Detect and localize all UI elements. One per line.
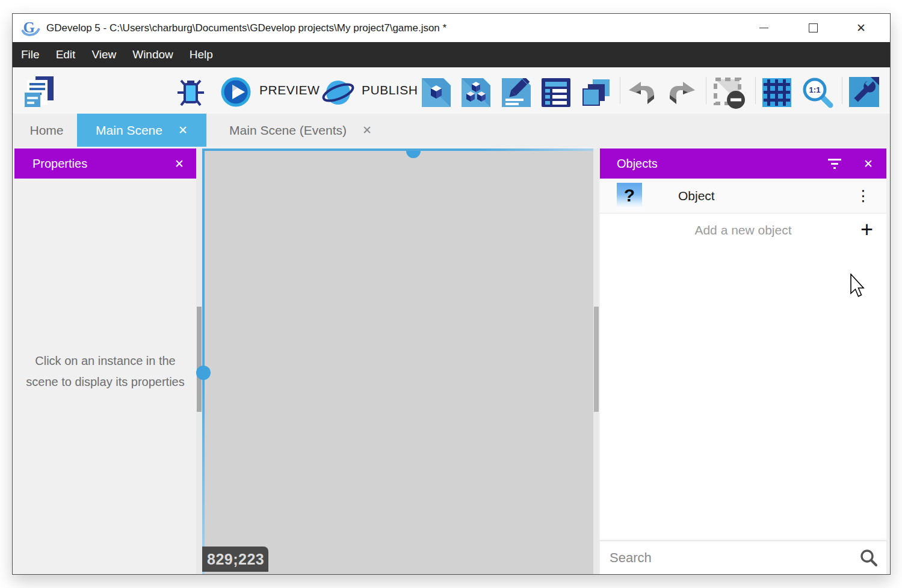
add-object-row[interactable]: Add a new object + xyxy=(600,213,886,247)
publish-button[interactable]: PUBLISH xyxy=(362,83,418,97)
open-layers-icon[interactable] xyxy=(542,78,570,107)
search-input[interactable] xyxy=(600,541,886,574)
tab-main-scene-events[interactable]: Main Scene (Events) ✕ xyxy=(206,114,395,147)
redo-icon[interactable] xyxy=(667,82,696,105)
plus-icon[interactable]: + xyxy=(860,217,873,242)
search-icon[interactable] xyxy=(860,549,878,567)
preview-play-icon[interactable] xyxy=(221,77,251,107)
svg-text:1:1: 1:1 xyxy=(809,85,821,94)
menu-view[interactable]: View xyxy=(91,48,116,61)
resize-handle-top[interactable] xyxy=(406,151,421,158)
debug-icon[interactable] xyxy=(176,78,205,107)
objects-panel: Objects ✕ ? Object ⋮ Add a new object + xyxy=(600,149,886,574)
object-name: Object xyxy=(678,179,715,213)
tab-label: Main Scene xyxy=(96,123,162,138)
publish-globe-icon[interactable] xyxy=(322,77,354,108)
gdevelop-logo-icon: G xyxy=(21,19,40,38)
properties-panel: Properties ✕ Click on an instance in the… xyxy=(14,149,196,574)
object-list-item[interactable]: ? Object ⋮ xyxy=(600,179,886,213)
canvas-right-scrollbar[interactable] xyxy=(593,149,599,574)
edit-groups-icon[interactable] xyxy=(462,78,490,107)
scene-canvas[interactable]: 829;223 xyxy=(202,149,593,574)
scene-window-border-left xyxy=(202,149,205,574)
editor-tab-bar: Home Main Scene ✕ Main Scene (Events) ✕ xyxy=(13,114,890,147)
zoom-one-to-one-icon[interactable]: 1:1 xyxy=(802,77,835,109)
resize-handle-left[interactable] xyxy=(196,366,211,380)
menu-window[interactable]: Window xyxy=(132,48,173,61)
minimize-button[interactable] xyxy=(750,14,777,42)
scrollbar-thumb[interactable] xyxy=(197,307,202,412)
close-panel-icon[interactable]: ✕ xyxy=(175,157,184,171)
tab-main-scene[interactable]: Main Scene ✕ xyxy=(77,114,206,147)
close-panel-icon[interactable]: ✕ xyxy=(863,157,873,171)
tab-home[interactable]: Home xyxy=(16,114,77,147)
open-settings-icon[interactable] xyxy=(849,77,879,107)
toggle-mask-icon[interactable] xyxy=(713,77,747,111)
toolbar: PREVIEW PUBLISH xyxy=(13,67,890,114)
edit-scene-properties-icon[interactable] xyxy=(502,78,531,107)
title-bar: G GDevelop 5 - C:\Users\charburg\Documen… xyxy=(13,14,890,42)
main-area: Properties ✕ Click on an instance in the… xyxy=(13,147,890,574)
close-window-button[interactable]: ✕ xyxy=(848,14,874,42)
undo-icon[interactable] xyxy=(628,82,656,105)
toolbar-separator xyxy=(755,77,756,104)
object-menu-kebab-icon[interactable]: ⋮ xyxy=(856,179,871,213)
canvas-left-scrollbar[interactable] xyxy=(196,149,202,574)
toolbar-separator xyxy=(842,77,842,104)
menu-file[interactable]: File xyxy=(21,48,40,61)
toolbar-separator xyxy=(620,77,620,104)
properties-panel-title: Properties xyxy=(32,157,87,171)
scrollbar-thumb[interactable] xyxy=(594,307,599,412)
cursor-coordinates-badge: 829;223 xyxy=(202,547,268,572)
objects-panel-title: Objects xyxy=(617,157,658,171)
menu-bar: File Edit View Window Help xyxy=(13,42,890,67)
instances-list-icon[interactable] xyxy=(582,78,611,107)
maximize-button[interactable] xyxy=(800,14,826,42)
properties-empty-message: Click on an instance in the scene to dis… xyxy=(14,351,196,393)
tab-close-icon[interactable]: ✕ xyxy=(362,123,372,137)
tab-close-icon[interactable]: ✕ xyxy=(178,123,188,137)
project-manager-icon[interactable] xyxy=(22,75,56,108)
toggle-grid-icon[interactable] xyxy=(762,78,791,107)
window-title: GDevelop 5 - C:\Users\charburg\Documents… xyxy=(46,22,446,34)
objects-search-bar xyxy=(600,541,886,574)
app-window: G GDevelop 5 - C:\Users\charburg\Documen… xyxy=(12,13,891,575)
maximize-icon xyxy=(809,23,818,32)
minimize-icon xyxy=(759,28,768,28)
filter-icon[interactable] xyxy=(827,158,842,169)
menu-help[interactable]: Help xyxy=(190,48,213,61)
mouse-cursor-icon xyxy=(850,274,866,298)
preview-button[interactable]: PREVIEW xyxy=(259,83,320,97)
menu-edit[interactable]: Edit xyxy=(56,48,76,61)
properties-panel-header: Properties ✕ xyxy=(14,149,196,179)
objects-panel-header: Objects ✕ xyxy=(600,149,886,179)
toolbar-separator xyxy=(706,77,706,104)
tab-label: Home xyxy=(29,123,63,138)
scene-window-border-top xyxy=(202,149,593,151)
add-object-label: Add a new object xyxy=(694,223,791,237)
edit-objects-icon[interactable] xyxy=(422,78,451,107)
tab-label: Main Scene (Events) xyxy=(229,123,347,138)
object-thumbnail-question-icon: ? xyxy=(617,183,642,208)
